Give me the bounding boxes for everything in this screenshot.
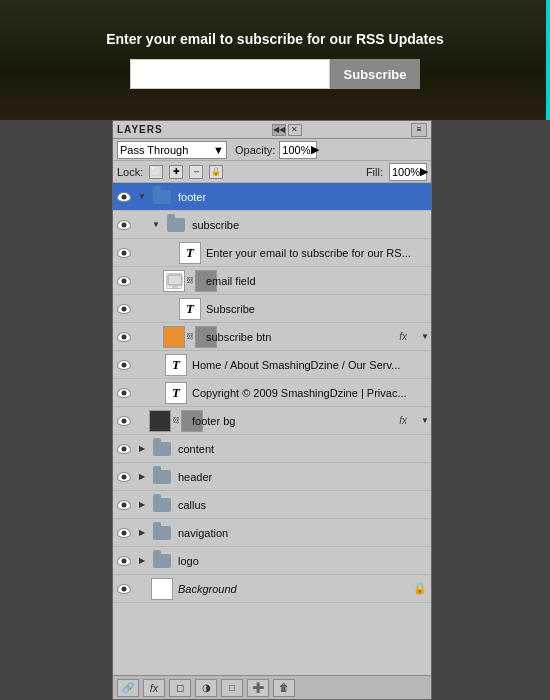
eye-icon-footer-bg[interactable] bbox=[113, 416, 135, 426]
layers-panel: LAYERS ◀◀ ✕ ≡ Pass Through ▼ Opacity: 10… bbox=[112, 120, 432, 700]
eye-icon-logo[interactable] bbox=[113, 556, 135, 566]
link-layers-btn[interactable]: 🔗 bbox=[117, 679, 139, 697]
group-btn[interactable]: □ bbox=[221, 679, 243, 697]
new-layer-btn[interactable]: ➕ bbox=[247, 679, 269, 697]
layer-name-enter-email-text: Enter your email to subscribe for our RS… bbox=[203, 247, 431, 259]
eye-icon-copyright-text[interactable] bbox=[113, 388, 135, 398]
lock-move-btn[interactable]: ↔ bbox=[189, 165, 203, 179]
svg-rect-1 bbox=[172, 286, 178, 288]
layer-row-subscribe-btn[interactable]: ⛓subscribe btnfx▼ bbox=[113, 323, 431, 351]
thumb-enter-email-text: T bbox=[179, 242, 201, 264]
expand-arrow-logo[interactable]: ▶ bbox=[135, 556, 149, 565]
expand-arrow-navigation[interactable]: ▶ bbox=[135, 528, 149, 537]
eye-icon-callus[interactable] bbox=[113, 500, 135, 510]
thumb-copyright-text: T bbox=[165, 382, 187, 404]
svg-rect-2 bbox=[170, 288, 180, 289]
opacity-value: 100% bbox=[282, 144, 310, 156]
fx-btn[interactable]: fx bbox=[143, 679, 165, 697]
eye-icon-background[interactable] bbox=[113, 584, 135, 594]
layer-row-subscribe[interactable]: ▼subscribe bbox=[113, 211, 431, 239]
eye-icon-content[interactable] bbox=[113, 444, 135, 454]
layer-row-navigation[interactable]: ▶navigation bbox=[113, 519, 431, 547]
thumb-navigation bbox=[151, 522, 173, 544]
delete-layer-btn[interactable]: 🗑 bbox=[273, 679, 295, 697]
eye-icon-subscribe[interactable] bbox=[113, 220, 135, 230]
blend-mode-arrow: ▼ bbox=[213, 144, 224, 156]
layer-name-navigation: navigation bbox=[175, 527, 431, 539]
fx-arrow-subscribe-btn: ▼ bbox=[421, 332, 429, 341]
lock-all-btn[interactable]: 🔒 bbox=[209, 165, 223, 179]
blend-row: Pass Through ▼ Opacity: 100% ▶ bbox=[113, 139, 431, 161]
expand-arrow-footer[interactable]: ▼ bbox=[135, 192, 149, 201]
panel-title: LAYERS bbox=[117, 124, 163, 135]
layer-name-header: header bbox=[175, 471, 431, 483]
layer-row-content[interactable]: ▶content bbox=[113, 435, 431, 463]
thumb-header bbox=[151, 466, 173, 488]
layer-row-callus[interactable]: ▶callus bbox=[113, 491, 431, 519]
lock-position-btn[interactable]: ✚ bbox=[169, 165, 183, 179]
layer-row-footer-bg[interactable]: ⛓footer bgfx▼ bbox=[113, 407, 431, 435]
layer-row-background[interactable]: Background🔒 bbox=[113, 575, 431, 603]
expand-arrow-subscribe[interactable]: ▼ bbox=[135, 220, 163, 229]
panel-toolbar: 🔗 fx ◻ ◑ □ ➕ 🗑 bbox=[113, 675, 431, 699]
opacity-label: Opacity: bbox=[235, 144, 275, 156]
eye-icon-subscribe-btn[interactable] bbox=[113, 332, 135, 342]
eye-icon-subscribe-text[interactable] bbox=[113, 304, 135, 314]
layer-name-logo: logo bbox=[175, 555, 431, 567]
top-section: Enter your email to subscribe for our RS… bbox=[0, 0, 550, 120]
fx-badge-subscribe-btn: fx bbox=[399, 331, 407, 342]
subscribe-button[interactable]: Subscribe bbox=[330, 59, 421, 89]
fx-badge-footer-bg: fx bbox=[399, 415, 407, 426]
expand-arrow-header[interactable]: ▶ bbox=[135, 472, 149, 481]
expand-arrow-callus[interactable]: ▶ bbox=[135, 500, 149, 509]
eye-icon-email-field[interactable] bbox=[113, 276, 135, 286]
eye-icon-footer[interactable] bbox=[113, 192, 135, 202]
eye-icon-header[interactable] bbox=[113, 472, 135, 482]
layer-row-nav-text[interactable]: THome / About SmashingDzine / Our Serv..… bbox=[113, 351, 431, 379]
layer-name-footer-bg: footer bg bbox=[189, 415, 399, 427]
subscribe-text: Enter your email to subscribe for our RS… bbox=[106, 31, 444, 47]
layer-row-header[interactable]: ▶header bbox=[113, 463, 431, 491]
adjustment-btn[interactable]: ◑ bbox=[195, 679, 217, 697]
opacity-input[interactable]: 100% ▶ bbox=[279, 141, 317, 159]
blend-mode-select[interactable]: Pass Through ▼ bbox=[117, 141, 227, 159]
fill-label: Fill: bbox=[366, 166, 383, 178]
fx-arrow-footer-bg: ▼ bbox=[421, 416, 429, 425]
thumb-footer-bg: ⛓ bbox=[165, 410, 187, 432]
thumb-subscribe-btn: ⛓ bbox=[179, 326, 201, 348]
layer-row-enter-email-text[interactable]: TEnter your email to subscribe for our R… bbox=[113, 239, 431, 267]
svg-rect-0 bbox=[168, 275, 182, 285]
lock-badge-background: 🔒 bbox=[413, 582, 427, 595]
fill-input[interactable]: 100% ▶ bbox=[389, 163, 427, 181]
layer-row-footer[interactable]: ▼footer bbox=[113, 183, 431, 211]
blend-mode-value: Pass Through bbox=[120, 144, 188, 156]
panel-close-btn[interactable]: ✕ bbox=[288, 124, 302, 136]
email-input[interactable] bbox=[130, 59, 330, 89]
thumb-subscribe bbox=[165, 214, 187, 236]
layer-name-email-field: email field bbox=[203, 275, 431, 287]
layer-row-copyright-text[interactable]: TCopyright © 2009 SmashingDzine | Privac… bbox=[113, 379, 431, 407]
fill-value: 100% bbox=[392, 166, 420, 178]
lock-pixels-btn[interactable]: ⬜ bbox=[149, 165, 163, 179]
layer-name-subscribe: subscribe bbox=[189, 219, 431, 231]
mask-btn[interactable]: ◻ bbox=[169, 679, 191, 697]
panel-menu-btn[interactable]: ≡ bbox=[411, 123, 427, 137]
layer-row-subscribe-text[interactable]: TSubscribe bbox=[113, 295, 431, 323]
layer-row-logo[interactable]: ▶logo bbox=[113, 547, 431, 575]
eye-icon-navigation[interactable] bbox=[113, 528, 135, 538]
expand-arrow-content[interactable]: ▶ bbox=[135, 444, 149, 453]
opacity-arrow: ▶ bbox=[311, 143, 319, 156]
thumb-callus bbox=[151, 494, 173, 516]
panel-collapse-btn[interactable]: ◀◀ bbox=[272, 124, 286, 136]
layer-name-callus: callus bbox=[175, 499, 431, 511]
subscribe-form: Subscribe bbox=[130, 59, 421, 89]
thumb-logo bbox=[151, 550, 173, 572]
eye-icon-nav-text[interactable] bbox=[113, 360, 135, 370]
layer-row-email-field[interactable]: ⛓email field bbox=[113, 267, 431, 295]
layer-name-background: Background bbox=[175, 583, 413, 595]
layer-name-footer: footer bbox=[175, 191, 431, 203]
eye-icon-enter-email-text[interactable] bbox=[113, 248, 135, 258]
fill-arrow: ▶ bbox=[420, 165, 428, 178]
layers-list[interactable]: ▼footer▼subscribeTEnter your email to su… bbox=[113, 183, 431, 675]
lock-label: Lock: bbox=[117, 166, 143, 178]
